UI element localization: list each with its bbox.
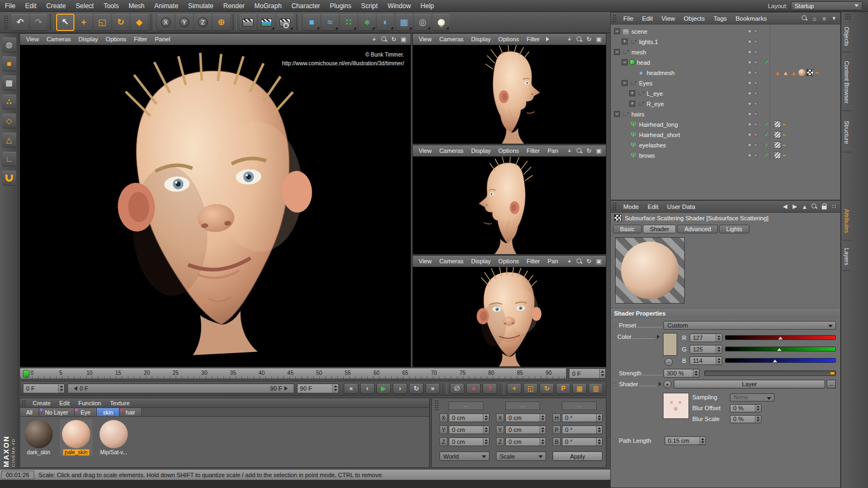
viewport-menu-options[interactable]: Options [494, 256, 523, 267]
track-dot-icon[interactable] [613, 372, 616, 375]
record-keyframe-button[interactable]: ● [466, 383, 481, 394]
add-light-icon[interactable] [432, 14, 450, 30]
color-g-field[interactable]: 125 [690, 345, 722, 354]
panel-menu-icon[interactable]: ∷ [831, 203, 837, 210]
render-visibility-dot[interactable] [754, 143, 758, 147]
menu-render[interactable]: Render [219, 0, 250, 12]
menu-select[interactable]: Select [71, 0, 98, 12]
viewport-menu-view[interactable]: View [22, 34, 43, 45]
render-visibility-dot[interactable] [754, 91, 758, 95]
visibility-dots[interactable] [748, 143, 758, 147]
texture-mode-icon[interactable]: ▩ [2, 76, 16, 90]
render-view-icon[interactable] [239, 14, 257, 30]
editor-visibility-dot[interactable] [748, 81, 752, 85]
shader-layer-button[interactable]: Layer [674, 380, 825, 388]
object-row-eyes[interactable]: −∟°Eyes [611, 78, 840, 88]
render-picture-viewer-icon[interactable] [258, 14, 275, 30]
redo-icon[interactable]: ↷ [30, 14, 47, 30]
object-row-lights-1[interactable]: +∟°lights.1 [611, 36, 840, 47]
search-icon[interactable] [811, 203, 817, 209]
color-g-slider[interactable] [725, 347, 836, 351]
side-tab-content-browser[interactable]: Content Browser [842, 54, 851, 111]
stepper[interactable] [540, 438, 545, 446]
visibility-dots[interactable] [748, 71, 758, 75]
viewport-menu-view[interactable]: View [415, 256, 436, 267]
tri-tag-icon[interactable]: ▲ [774, 69, 781, 76]
tab-lights[interactable]: Lights [719, 225, 749, 233]
zoom-view-icon[interactable] [380, 35, 388, 43]
viewport-menu-pan[interactable]: Pan [544, 145, 562, 157]
material-pale-skin[interactable]: pale_skin [60, 419, 92, 456]
expand-toggle[interactable]: − [622, 80, 628, 86]
editor-visibility-dot[interactable] [748, 91, 752, 95]
render-visibility-dot[interactable] [754, 71, 758, 75]
blur-scale-field[interactable]: 0 % [730, 415, 761, 423]
dots2-tag-icon[interactable]: •• [782, 131, 786, 138]
viewport-menu-cameras[interactable]: Cameras [436, 256, 468, 267]
dots2-tag-icon[interactable]: •• [815, 69, 819, 76]
menu-mesh[interactable]: Mesh [123, 0, 149, 12]
render-visibility-dot[interactable] [754, 81, 758, 85]
expand-icon[interactable] [657, 335, 662, 339]
render-visibility-dot[interactable] [754, 112, 758, 116]
material-menu-edit[interactable]: Edit [55, 398, 74, 408]
lock-z-axis-icon[interactable]: Z [194, 14, 212, 30]
end-frame-field[interactable]: 90 F [297, 384, 339, 393]
material-menu-function[interactable]: Function [74, 398, 106, 408]
zoom-view-icon[interactable] [575, 257, 583, 265]
list-icon[interactable]: ≡ [821, 15, 827, 22]
key-rotation-button[interactable]: ↻ [540, 383, 554, 394]
zoom-view-icon[interactable] [575, 35, 583, 43]
om-menu-file[interactable]: File [619, 14, 638, 23]
tab-advanced[interactable]: Advanced [677, 225, 718, 233]
timeline-layout-button[interactable]: ▥ [588, 383, 603, 394]
render-settings-icon[interactable] [276, 14, 294, 30]
layout-select[interactable]: Startup [791, 2, 863, 10]
menu-help[interactable]: Help [416, 0, 439, 12]
point-mode-icon[interactable]: ∴ [2, 95, 16, 109]
expand-toggle[interactable]: + [622, 39, 628, 45]
viewport-menu-filter[interactable]: Filter [523, 145, 543, 157]
polygon-mode-icon[interactable]: △ [2, 133, 16, 147]
world-dropdown[interactable]: World [439, 452, 489, 461]
edge-mode-icon[interactable]: ◇ [2, 114, 16, 128]
viewport-menu-cameras[interactable]: Cameras [436, 145, 468, 157]
object-row-r-eye[interactable]: +∟°R_eye [611, 98, 840, 109]
render-visibility-dot[interactable] [754, 29, 758, 33]
viewport-perspective-canvas[interactable]: © Bunk Timmer. http://www.comichouse.nl/… [20, 45, 411, 367]
track-dot-icon[interactable] [613, 324, 616, 327]
home-icon[interactable]: ⌂ [811, 15, 817, 22]
menu-window[interactable]: Window [383, 0, 416, 12]
enabled-check-icon[interactable]: ✓ [763, 131, 771, 138]
live-selection-icon[interactable]: ↖ [57, 14, 74, 30]
viewport-menu-cameras[interactable]: Cameras [436, 34, 468, 45]
dots2-tag-icon[interactable]: •• [782, 152, 786, 159]
stepper[interactable] [483, 438, 489, 446]
coord-field-position-x[interactable]: 0 cm [449, 413, 489, 422]
object-row-hairhead-short[interactable]: ΨHairhead_short✓•• [611, 129, 840, 140]
panel-grip[interactable] [22, 400, 27, 406]
toggle-view-icon[interactable]: ▣ [400, 35, 407, 43]
tri-tag-icon[interactable]: ▲ [790, 69, 797, 76]
material-tab-hair[interactable]: hair [120, 408, 142, 416]
coord-field-position-y[interactable]: 0 cm [449, 425, 489, 434]
coord-field-rotation-p[interactable]: 0 ° [562, 425, 603, 434]
menu-character[interactable]: Character [287, 0, 325, 12]
menu-create[interactable]: Create [41, 0, 71, 12]
rotate-view-icon[interactable]: ↻ [585, 147, 593, 155]
toggle-view-icon[interactable]: ▣ [595, 147, 603, 155]
stepper[interactable] [599, 369, 605, 378]
autokey-help-button[interactable]: ? [482, 383, 497, 394]
visibility-dots[interactable] [748, 91, 758, 95]
track-dot-icon[interactable] [613, 337, 616, 339]
viewport-left-canvas[interactable] [413, 157, 606, 254]
color-swatch[interactable] [663, 333, 677, 356]
object-row-l-eye[interactable]: +∟°L_eye [611, 88, 840, 98]
material-tab-all[interactable]: All [20, 408, 39, 416]
add-camera-icon[interactable]: ◎ [414, 14, 431, 30]
shader-more-button[interactable]: ... [827, 380, 836, 388]
attr-menu-edit[interactable]: Edit [643, 202, 663, 212]
toggle-view-icon[interactable]: ▣ [595, 257, 603, 265]
stepper[interactable] [693, 369, 699, 377]
visibility-dots[interactable] [748, 29, 758, 33]
